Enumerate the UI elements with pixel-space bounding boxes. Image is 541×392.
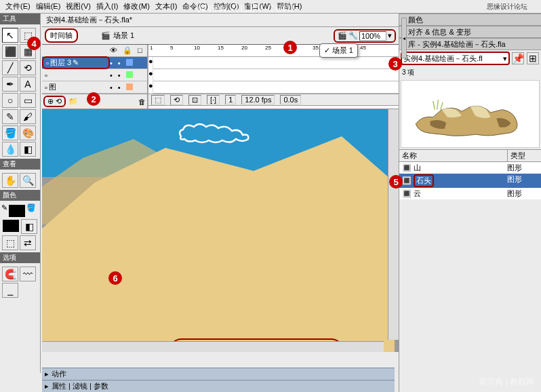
stage-wrapper: + ○ <box>42 109 399 352</box>
library-list-header[interactable]: 名称 类型 <box>399 150 541 162</box>
panel-label: 颜色 <box>408 15 423 25</box>
graphic-icon: 🔳 <box>402 163 412 172</box>
graphic-icon: 🔳 <box>402 176 412 185</box>
expand-icon: ▸ <box>45 382 49 391</box>
library-item[interactable]: 🔳云 图形 <box>399 188 541 199</box>
outline-icon[interactable]: □ <box>138 46 142 55</box>
menu-file[interactable]: 文件(E) <box>3 1 33 12</box>
tools-title: 工具 <box>0 14 40 24</box>
scene-icon[interactable]: 🎬 <box>101 31 111 40</box>
frames-area[interactable]: 1 5 10 15 20 25 30 35 40 45 ● ● ● ⬚⟲⊡[·]… <box>148 45 399 109</box>
brush-tool[interactable]: 🖌 <box>20 109 36 124</box>
nocolor-btn[interactable]: ⬚ <box>2 235 18 250</box>
pencil-tool[interactable]: ✎ <box>2 109 18 124</box>
layer-label: 图层 3 <box>50 58 71 68</box>
fill-color[interactable] <box>3 220 19 232</box>
name-column[interactable]: 名称 <box>399 150 507 161</box>
lock-icon[interactable]: 🔒 <box>123 46 132 55</box>
stroke-color[interactable] <box>9 205 25 217</box>
menu-text[interactable]: 文本(I) <box>153 1 180 12</box>
menu-view[interactable]: 视图(V) <box>63 1 94 12</box>
align-panel-header[interactable]: ▸对齐 & 信息 & 变形 <box>399 26 541 38</box>
type-column[interactable]: 类型 <box>507 150 541 161</box>
library-item-count: 3 项 <box>399 66 541 79</box>
swap-btn[interactable]: ⇄ <box>20 235 36 250</box>
item-name: 云 <box>414 189 421 199</box>
side-panels: ▸颜色 ▸对齐 & 信息 & 变形 ▾库 - 实例4.基础绘画－石头.fla 实… <box>399 14 541 392</box>
bw-btn[interactable]: ◧ <box>21 219 37 234</box>
library-item[interactable]: 🔳石头 图形 <box>399 174 541 188</box>
eraser-tool[interactable]: ◧ <box>20 142 36 157</box>
library-item[interactable]: 🔳山 图形 <box>399 162 541 174</box>
item-type: 图形 <box>507 163 538 173</box>
zoom-tool[interactable]: 🔍 <box>20 173 36 188</box>
snap-btn[interactable]: 🧲 <box>2 267 18 281</box>
stage[interactable]: + ○ <box>42 109 395 349</box>
layer-icon: ▫ <box>45 71 47 79</box>
graphic-icon: 🔳 <box>402 189 412 198</box>
horizontal-scrollbar[interactable] <box>42 341 384 352</box>
add-guide-icon[interactable]: ⟲ <box>56 97 62 105</box>
rect-tool[interactable]: ▭ <box>20 93 36 108</box>
scene-label[interactable]: 场景 1 <box>113 31 134 41</box>
panel-collapse-handle[interactable]: ◂ <box>401 18 407 58</box>
timeline-button[interactable]: 时间轴 <box>45 28 78 43</box>
ink-tool[interactable]: 🪣 <box>2 125 18 140</box>
line-tool[interactable]: ╱ <box>2 60 18 75</box>
scene-dropdown[interactable]: ✓ 场景 1 <box>319 43 358 58</box>
frame-num: 45 <box>360 45 366 51</box>
add-layer-icon[interactable]: ⊕ <box>47 97 54 105</box>
selection-tool[interactable]: ↖ <box>2 28 18 43</box>
item-name: 石头 <box>414 174 434 187</box>
oval-tool[interactable]: ○ <box>2 93 18 108</box>
smooth-btn[interactable]: 〰 <box>20 267 36 281</box>
frame-num: 15 <box>218 45 224 51</box>
color-panel-header[interactable]: ▸颜色 <box>399 14 541 26</box>
frame-num: 10 <box>194 45 200 51</box>
bottom-panels: ▸动作 ▸属性 | 滤镜 | 参数 <box>42 368 395 392</box>
delete-layer-icon[interactable]: 🗑 <box>138 98 146 106</box>
options-title: 选项 <box>0 252 40 263</box>
edit-symbols-icon[interactable]: 🔧 <box>348 31 358 40</box>
callout-6: 6 <box>108 271 122 285</box>
pin-library-icon[interactable]: 📌 <box>512 52 524 64</box>
document-tab[interactable]: 实例4.基础绘画－石头.fla* <box>42 14 399 27</box>
library-panel-header[interactable]: ▾库 - 实例4.基础绘画－石头.fla <box>399 38 541 50</box>
layer-row[interactable]: ▫ •• <box>42 69 147 81</box>
straighten-btn[interactable]: ⎯ <box>2 283 18 298</box>
main-area: 实例4.基础绘画－石头.fla* 时间轴 🎬 场景 1 🎬 🔧 100% ▾ ✓… <box>42 14 399 392</box>
hand-tool[interactable]: ✋ <box>2 173 18 188</box>
text-tool[interactable]: A <box>20 77 36 92</box>
vertical-scrollbar[interactable] <box>388 109 399 340</box>
pen-tool[interactable]: ✒ <box>2 77 18 92</box>
fill-icon: 🪣 <box>26 203 36 218</box>
zoom-dropdown-icon[interactable]: ▾ <box>388 31 392 40</box>
scene-dropdown-item[interactable]: 场景 1 <box>332 46 353 54</box>
frame-num: 35 <box>313 45 319 51</box>
eye-icon[interactable]: 👁 <box>110 46 117 55</box>
paint-tool[interactable]: 🎨 <box>20 125 36 140</box>
menu-insert[interactable]: 插入(I) <box>94 1 121 12</box>
callout-3: 3 <box>388 57 402 71</box>
panel-label: 对齐 & 信息 & 变形 <box>408 27 471 37</box>
frame-ruler[interactable]: 1 5 10 15 20 25 30 35 40 45 <box>148 45 399 57</box>
actions-panel-header[interactable]: ▸动作 <box>42 368 395 380</box>
check-icon: ✓ <box>324 46 330 54</box>
callout-2: 2 <box>87 92 100 106</box>
lasso-tool[interactable]: ⟲ <box>20 60 36 75</box>
free-transform-tool[interactable]: ⬛ <box>2 44 18 59</box>
zoom-input[interactable]: 100% <box>359 31 386 41</box>
frame-num: 20 <box>241 45 247 51</box>
layer-row[interactable]: ▫图层 3 ✎ •• <box>42 57 147 69</box>
add-folder-icon[interactable]: 📁 <box>68 97 78 106</box>
edit-scene-icon[interactable]: 🎬 <box>338 31 347 40</box>
library-select[interactable]: 实例4.基础绘画－石头.fl▾ <box>401 52 510 65</box>
new-library-icon[interactable]: ⊞ <box>527 52 539 64</box>
properties-panel-header[interactable]: ▸属性 | 滤镜 | 参数 <box>42 380 395 392</box>
sub-toolbar: 时间轴 🎬 场景 1 🎬 🔧 100% ▾ <box>42 27 399 45</box>
menu-modify[interactable]: 修改(M) <box>121 1 153 12</box>
menu-edit[interactable]: 编辑(E) <box>33 1 64 12</box>
eyedropper-tool[interactable]: 💧 <box>2 142 18 157</box>
view-title: 查看 <box>0 159 40 170</box>
fps: 12.0 fps <box>241 95 275 104</box>
